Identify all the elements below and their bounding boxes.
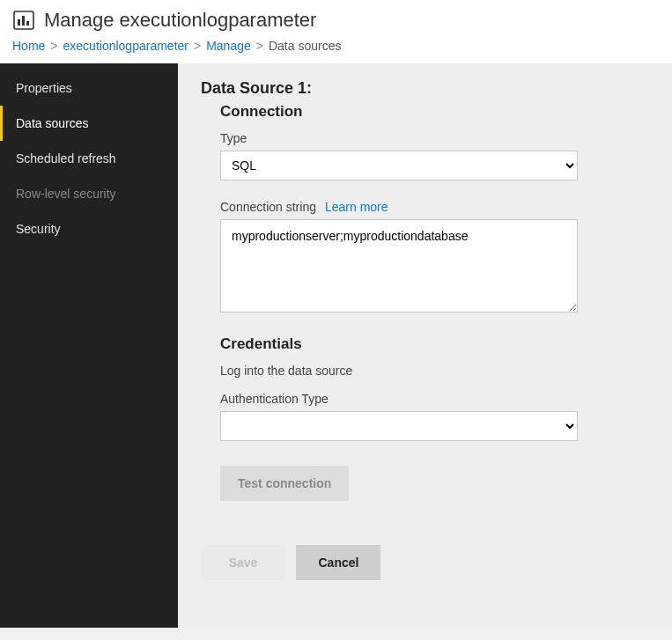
- save-button[interactable]: Save: [201, 545, 285, 580]
- sidebar-nav: Properties Data sources Scheduled refres…: [0, 63, 178, 628]
- data-source-title: Data Source 1:: [201, 79, 649, 98]
- connection-string-input[interactable]: [220, 219, 578, 313]
- sidebar-item-security[interactable]: Security: [0, 211, 178, 246]
- connection-header: Connection: [220, 103, 649, 121]
- type-label: Type: [220, 131, 649, 145]
- sidebar-item-properties[interactable]: Properties: [0, 70, 178, 106]
- auth-type-select[interactable]: [220, 411, 578, 441]
- sidebar-item-row-level-security[interactable]: Row-level security: [0, 176, 178, 211]
- breadcrumb-manage[interactable]: Manage: [206, 39, 251, 53]
- credentials-header: Credentials: [220, 335, 649, 353]
- breadcrumb-home[interactable]: Home: [12, 39, 45, 53]
- chevron-right-icon: >: [50, 39, 57, 53]
- svg-rect-1: [18, 19, 20, 26]
- chevron-right-icon: >: [256, 39, 263, 53]
- page-header: Manage executionlogparameter Home > exec…: [0, 0, 672, 63]
- page-title: Manage executionlogparameter: [44, 9, 316, 32]
- connection-string-label: Connection string: [220, 200, 316, 214]
- auth-type-label: Authentication Type: [220, 392, 649, 406]
- svg-rect-2: [22, 16, 25, 26]
- chevron-right-icon: >: [194, 39, 201, 53]
- report-bar-icon: [12, 9, 35, 32]
- svg-rect-3: [26, 21, 29, 26]
- type-select[interactable]: SQL: [220, 151, 578, 180]
- test-connection-button[interactable]: Test connection: [220, 466, 349, 501]
- sidebar-item-data-sources[interactable]: Data sources: [0, 106, 178, 141]
- cancel-button[interactable]: Cancel: [296, 545, 380, 580]
- breadcrumb: Home > executionlogparameter > Manage > …: [12, 39, 660, 58]
- credentials-hint: Log into the data source: [220, 364, 649, 378]
- breadcrumb-item[interactable]: executionlogparameter: [63, 39, 188, 53]
- learn-more-link[interactable]: Learn more: [325, 200, 388, 214]
- breadcrumb-current: Data sources: [269, 39, 341, 53]
- sidebar-item-scheduled-refresh[interactable]: Scheduled refresh: [0, 141, 178, 176]
- main-panel: Data Source 1: Connection Type SQL Conne…: [178, 63, 672, 628]
